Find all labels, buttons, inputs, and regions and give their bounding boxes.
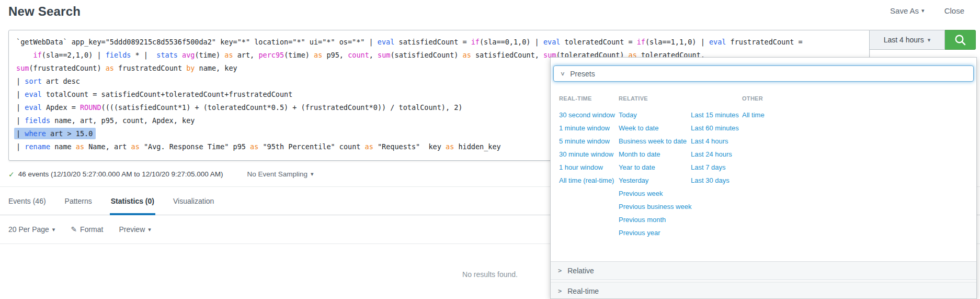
query-token: "95th Percentile" count (258, 142, 364, 151)
save-as-button[interactable]: Save As ▾ (890, 6, 925, 15)
preset-link[interactable]: Business week to date (619, 135, 691, 148)
header: New Search Save As ▾ Close (0, 0, 980, 27)
preset-link[interactable]: Month to date (619, 148, 691, 161)
query-token: rename (25, 142, 50, 151)
query-token: as (365, 142, 373, 151)
tab-patterns[interactable]: Patterns (65, 187, 92, 215)
caret-down-icon: ▾ (52, 227, 55, 232)
query-token: name, key (195, 64, 237, 72)
query-token: art desc (42, 77, 80, 85)
accordion-real-time[interactable]: >Real-time (551, 282, 976, 299)
query-token: fields (25, 116, 50, 125)
preset-column: REAL-TIME30 second window1 minute window… (559, 95, 615, 187)
query-token: name, art, p95, count, Apdex, key (50, 116, 195, 125)
query-token: as (250, 142, 258, 151)
caret-down-icon: ▾ (311, 171, 314, 177)
query-token: satisfiedCount, (471, 51, 543, 59)
per-page-menu[interactable]: 20 Per Page ▾ (8, 225, 55, 234)
page-title: New Search (8, 4, 81, 19)
preset-link[interactable]: 1 hour window (559, 161, 615, 174)
preset-link[interactable]: Last 30 days (691, 174, 739, 187)
query-token: (sla==2,1,0) | (42, 51, 106, 59)
event-sampling-menu[interactable]: No Event Sampling ▾ (247, 170, 314, 178)
query-token: count (348, 51, 369, 59)
search-button[interactable] (945, 30, 976, 50)
caret-down-icon: ▾ (921, 8, 925, 14)
check-icon: ✓ (8, 170, 15, 179)
query-token: eval (709, 38, 726, 46)
query-token: hidden_key (454, 142, 500, 151)
query-token (178, 51, 182, 59)
format-button[interactable]: ✎ Format (71, 225, 103, 234)
accordion-relative[interactable]: >Relative (551, 261, 976, 280)
chevron-right-icon: > (558, 288, 562, 294)
query-token: if (33, 51, 42, 59)
preset-link[interactable]: 30 second window (559, 108, 615, 121)
query-token: perc95 (258, 51, 284, 59)
query-token: ((((satisfiedCount*1) + (toleratedCount*… (101, 103, 463, 112)
preset-column-heading: OTHER (742, 95, 765, 105)
query-token: as (314, 51, 322, 59)
query-token: frustratedCount (114, 64, 186, 72)
preset-link[interactable]: 5 minute window (559, 135, 615, 148)
time-range-picker[interactable]: Last 4 hours ▾ (870, 30, 945, 50)
chevron-right-icon: > (558, 268, 562, 274)
query-token: totalCount = satisfiedCount+toleratedCou… (42, 90, 293, 98)
preset-link[interactable]: 30 minute window (559, 148, 615, 161)
format-label: Format (80, 225, 103, 234)
highlighted-query-segment: | where art > 15.0 (14, 128, 96, 139)
preset-link[interactable]: 1 minute window (559, 121, 615, 135)
query-token: sum (378, 51, 390, 59)
query-token: (satisfiedCount) (390, 51, 462, 59)
caret-down-icon: ▾ (928, 37, 931, 43)
preset-link[interactable]: Previous week (619, 187, 691, 200)
query-token: eval (25, 90, 42, 98)
presets-label: Presets (570, 70, 595, 78)
query-token: name (50, 142, 76, 151)
query-token: | (16, 90, 25, 98)
preview-menu[interactable]: Preview ▾ (119, 225, 151, 234)
query-token: if (637, 38, 645, 46)
preset-link[interactable]: All time (real-time) (559, 174, 615, 187)
query-token: (sla==0,1,0) | (480, 38, 543, 46)
accordion-label: Real-time (567, 287, 599, 295)
preset-link[interactable]: Last 4 hours (691, 135, 739, 148)
accordion-label: Relative (567, 267, 594, 275)
tab-events[interactable]: Events (46) (8, 187, 46, 215)
tab-statistics[interactable]: Statistics (0) (111, 187, 154, 215)
query-token: sort (25, 77, 42, 85)
preset-column-heading: RELATIVE (619, 95, 691, 105)
query-token: sum (16, 64, 29, 72)
query-token: avg (182, 51, 195, 59)
query-token: as (446, 142, 454, 151)
query-token: toleratedCount = (560, 38, 636, 46)
splunk-search-app: New Search Save As ▾ Close `getWebData` … (0, 0, 980, 299)
query-token: art, (233, 51, 259, 59)
event-sampling-label: No Event Sampling (247, 170, 308, 178)
query-token: as (224, 51, 233, 59)
preset-link[interactable]: All time (742, 108, 765, 121)
close-button[interactable]: Close (944, 6, 964, 15)
preset-column: OTHERAll time (742, 95, 765, 121)
query-token: eval (25, 103, 42, 112)
preset-link[interactable]: Previous year (619, 226, 691, 239)
query-token: fields (106, 51, 131, 59)
preset-link[interactable]: Last 24 hours (691, 148, 739, 161)
preset-link[interactable]: Previous month (619, 213, 691, 226)
preset-link[interactable]: Yesterday (619, 174, 691, 187)
preset-link[interactable]: Last 15 minutes (691, 108, 739, 121)
presets-accordion-header[interactable]: > Presets (553, 65, 974, 82)
preset-link[interactable]: Last 7 days (691, 161, 739, 174)
preset-column-heading: REAL-TIME (559, 95, 615, 105)
preset-link[interactable]: Week to date (619, 121, 691, 135)
preset-link[interactable]: Year to date (619, 161, 691, 174)
query-token: p95, (322, 51, 348, 59)
preset-link[interactable]: Today (619, 108, 691, 121)
preset-link[interactable]: Previous business week (619, 200, 691, 213)
tab-visualization[interactable]: Visualization (173, 187, 214, 215)
no-results-message: No results found. (462, 270, 518, 299)
preset-link[interactable]: Last 60 minutes (691, 121, 739, 135)
save-as-label: Save As (890, 6, 919, 15)
query-token: art > 15.0 (46, 129, 93, 138)
pencil-icon: ✎ (71, 225, 77, 234)
